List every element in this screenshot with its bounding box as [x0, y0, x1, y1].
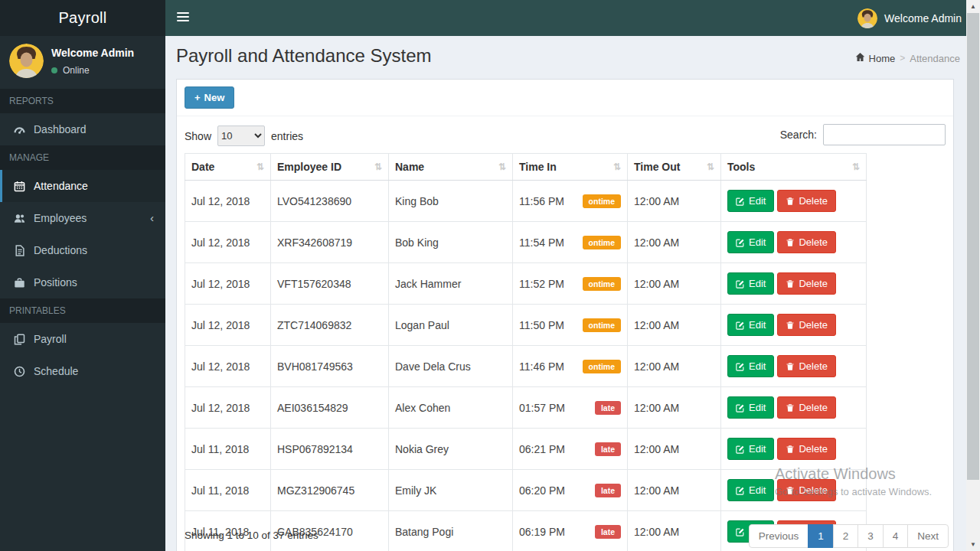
cell-time-out: 12:00 AM [628, 263, 721, 305]
cell-time-out: 12:00 AM [628, 222, 721, 263]
cell-name: Bob King [389, 222, 513, 263]
trash-icon [786, 486, 795, 495]
cell-time-in: 06:21 PMlate [513, 429, 628, 470]
cell-name: King Bob [389, 181, 513, 222]
sidebar-item-label: Attendance [34, 180, 88, 192]
pagination-previous[interactable]: Previous [749, 524, 809, 548]
table-header-row: Date⇅ Employee ID⇅ Name⇅ Time In⇅ Time O… [185, 154, 867, 181]
pencil-square-icon [736, 403, 745, 412]
cell-time-out: 12:00 AM [628, 387, 721, 429]
sidebar-item-attendance[interactable]: Attendance [0, 170, 165, 202]
user-panel: Welcome Admin Online [0, 36, 165, 89]
avatar [9, 44, 44, 78]
pagination-page-2[interactable]: 2 [833, 524, 859, 548]
pencil-square-icon [736, 486, 745, 495]
cell-tools: Edit Delete [721, 305, 867, 346]
cell-time-in: 11:54 PMontime [513, 222, 628, 263]
app-title: Payroll [0, 0, 165, 36]
sidebar-item-dashboard[interactable]: Dashboard [0, 113, 165, 145]
column-header-date[interactable]: Date⇅ [185, 154, 271, 181]
search-input[interactable] [823, 124, 946, 145]
pencil-square-icon [736, 279, 745, 289]
sidebar-item-schedule[interactable]: Schedule [0, 355, 165, 387]
table-row: Jul 12, 2018LVO541238690King Bob11:56 PM… [185, 181, 867, 222]
sidebar-item-label: Positions [34, 276, 77, 289]
show-label: Show [185, 130, 211, 142]
column-header-tools[interactable]: Tools⇅ [721, 154, 867, 181]
delete-button[interactable]: Delete [777, 479, 836, 501]
cell-time-in: 11:56 PMontime [513, 181, 628, 222]
status-badge: late [595, 484, 621, 497]
breadcrumb-separator: > [900, 53, 905, 64]
time-in-value: 06:20 PM [519, 484, 565, 497]
scroll-down-arrow-icon[interactable]: ▼ [966, 538, 980, 551]
page-scrollbar[interactable]: ▲ ▼ [966, 0, 980, 551]
status-badge: ontime [583, 277, 621, 291]
hamburger-menu-icon[interactable] [177, 12, 189, 24]
show-entries-control: Show 10 entries [185, 126, 303, 146]
cell-date: Jul 11, 2018 [185, 429, 271, 470]
column-header-name[interactable]: Name⇅ [389, 154, 513, 181]
cell-employee-id: BVH081749563 [271, 346, 389, 387]
cell-tools: Edit Delete [721, 222, 867, 263]
trash-icon [786, 362, 795, 371]
status-badge: ontime [583, 360, 621, 373]
edit-button[interactable]: Edit [727, 314, 774, 336]
table-row: Jul 12, 2018XRF342608719Bob King11:54 PM… [185, 222, 867, 263]
sidebar-item-employees[interactable]: Employees ‹ [0, 202, 165, 234]
cell-name: Nokia Grey [389, 429, 513, 470]
cell-time-in: 06:20 PMlate [513, 470, 628, 511]
delete-button[interactable]: Delete [777, 272, 836, 295]
cell-employee-id: AEI036154829 [271, 387, 389, 429]
scrollbar-thumb[interactable] [967, 13, 979, 480]
edit-button[interactable]: Edit [727, 355, 774, 377]
delete-button[interactable]: Delete [777, 314, 836, 336]
delete-button[interactable]: Delete [777, 190, 836, 212]
delete-button[interactable]: Delete [777, 231, 836, 253]
cell-employee-id: ZTC714069832 [271, 305, 389, 346]
pencil-square-icon [736, 238, 745, 247]
pagination-next[interactable]: Next [907, 524, 949, 548]
status-badge: ontime [583, 318, 621, 332]
topbar-user-menu[interactable]: Welcome Admin [858, 0, 962, 36]
pencil-square-icon [736, 362, 745, 371]
column-header-employee-id[interactable]: Employee ID⇅ [271, 154, 389, 181]
pagination-page-1[interactable]: 1 [808, 524, 834, 548]
cell-name: Jack Hammer [389, 263, 513, 305]
sidebar-item-deductions[interactable]: Deductions [0, 234, 165, 266]
delete-button[interactable]: Delete [777, 438, 836, 460]
copy-icon [14, 334, 25, 345]
cell-name: Alex Cohen [389, 387, 513, 429]
column-header-time-out[interactable]: Time Out⇅ [628, 154, 721, 181]
breadcrumb-home-link[interactable]: Home [855, 52, 896, 64]
cell-date: Jul 12, 2018 [185, 387, 271, 429]
delete-button[interactable]: Delete [777, 396, 836, 419]
edit-button[interactable]: Edit [727, 190, 774, 212]
sort-icon: ⇅ [707, 161, 714, 172]
column-header-time-in[interactable]: Time In⇅ [513, 154, 628, 181]
cell-employee-id: HSP067892134 [271, 429, 389, 470]
scroll-up-arrow-icon[interactable]: ▲ [966, 0, 980, 13]
pagination-page-4[interactable]: 4 [883, 524, 909, 548]
edit-button[interactable]: Edit [727, 438, 774, 460]
cell-time-out: 12:00 AM [628, 429, 721, 470]
sort-icon: ⇅ [852, 161, 860, 172]
edit-button[interactable]: Edit [727, 272, 774, 295]
sidebar-section-reports: REPORTS [0, 89, 165, 113]
new-button[interactable]: + New [185, 86, 234, 109]
plus-icon: + [194, 92, 201, 103]
page-size-select[interactable]: 10 [217, 126, 265, 146]
delete-button[interactable]: Delete [777, 355, 836, 377]
cell-name: Logan Paul [389, 305, 513, 346]
cell-time-out: 12:00 AM [628, 346, 721, 387]
edit-button[interactable]: Edit [727, 396, 774, 419]
time-in-value: 11:54 PM [519, 236, 564, 249]
sidebar-item-payroll[interactable]: Payroll [0, 323, 165, 355]
trash-icon [786, 445, 795, 454]
entries-label: entries [271, 130, 303, 142]
edit-button[interactable]: Edit [727, 231, 774, 253]
edit-button[interactable]: Edit [727, 479, 774, 501]
time-in-value: 11:52 PM [519, 278, 564, 290]
sidebar-item-positions[interactable]: Positions [0, 266, 165, 298]
pagination-page-3[interactable]: 3 [858, 524, 884, 548]
